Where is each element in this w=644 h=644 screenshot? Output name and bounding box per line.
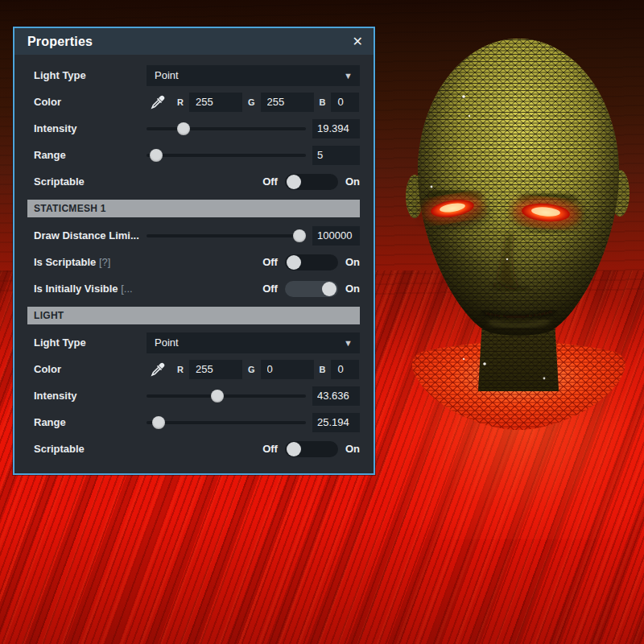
- property-label: Intensity: [27, 122, 147, 134]
- toggle-on-label: On: [345, 283, 360, 295]
- help-hint: [...: [121, 283, 132, 295]
- is-initially-visible-toggle[interactable]: [285, 281, 338, 297]
- dropdown-value: Point: [155, 336, 344, 349]
- light-type-row-2: Light Type Point ▼: [27, 329, 360, 356]
- red-channel-label: R: [177, 97, 184, 107]
- color-row-2: Color R G B: [27, 356, 360, 382]
- light-type-row: Light Type Point ▼: [27, 62, 360, 89]
- property-label: Light Type: [27, 69, 147, 81]
- intensity-value-input[interactable]: [312, 119, 360, 138]
- slider-thumb[interactable]: [177, 122, 190, 135]
- is-initially-visible-row: Is Initially Visible [... Off On: [27, 275, 360, 302]
- intensity-slider-2[interactable]: [147, 390, 306, 402]
- property-label: Is Scriptable: [34, 256, 96, 268]
- properties-panel: Properties ✕ Light Type Point ▼ Color: [13, 27, 375, 475]
- eyedropper-icon[interactable]: [150, 94, 166, 110]
- chevron-down-icon: ▼: [344, 338, 353, 348]
- scriptable-row-2: Scriptable Off On: [27, 436, 360, 462]
- toggle-off-label: Off: [262, 256, 278, 268]
- light-type-dropdown[interactable]: Point ▼: [147, 65, 360, 86]
- range-row-2: Range: [27, 409, 360, 436]
- property-label: Is Initially Visible: [34, 283, 118, 295]
- green-value-input[interactable]: [261, 93, 314, 112]
- draw-distance-row: Draw Distance Limi...: [27, 222, 360, 249]
- scriptable-toggle[interactable]: [285, 174, 338, 190]
- chevron-down-icon: ▼: [344, 71, 353, 80]
- slider-thumb[interactable]: [152, 416, 165, 429]
- range-row: Range: [27, 142, 360, 168]
- blue-channel-label: B: [320, 97, 326, 107]
- green-channel-label: G: [248, 365, 255, 374]
- toggle-knob: [287, 255, 301, 270]
- range-slider-2[interactable]: [147, 416, 306, 429]
- property-label: Scriptable: [27, 443, 147, 455]
- property-label: Scriptable: [27, 175, 147, 188]
- intensity-value-input[interactable]: [312, 386, 360, 406]
- slider-thumb[interactable]: [211, 390, 224, 402]
- intensity-row: Intensity: [27, 115, 360, 142]
- toggle-knob: [287, 442, 301, 456]
- red-channel-label: R: [177, 365, 184, 374]
- intensity-slider[interactable]: [147, 122, 306, 135]
- help-hint: [?]: [99, 256, 110, 268]
- panel-content: Light Type Point ▼ Color R: [14, 55, 374, 473]
- toggle-on-label: On: [345, 175, 360, 188]
- viewport: Properties ✕ Light Type Point ▼ Color: [0, 0, 644, 644]
- blue-channel-label: B: [320, 365, 326, 374]
- property-label: Light Type: [27, 336, 147, 349]
- is-scriptable-toggle[interactable]: [285, 254, 338, 270]
- panel-title: Properties: [27, 35, 353, 49]
- toggle-on-label: On: [345, 443, 360, 455]
- intensity-row-2: Intensity: [27, 382, 360, 409]
- light-type-dropdown-2[interactable]: Point ▼: [147, 332, 360, 353]
- toggle-knob: [322, 282, 336, 296]
- scriptable-toggle-2[interactable]: [285, 441, 338, 457]
- range-value-input[interactable]: [312, 146, 360, 165]
- dropdown-value: Point: [155, 69, 344, 81]
- blue-value-input[interactable]: [331, 93, 359, 112]
- property-label: Draw Distance Limi...: [27, 229, 147, 242]
- slider-thumb[interactable]: [293, 229, 306, 242]
- toggle-on-label: On: [345, 256, 360, 268]
- property-label: Range: [27, 149, 147, 161]
- eyedropper-icon[interactable]: [150, 361, 166, 378]
- close-icon[interactable]: ✕: [353, 35, 363, 48]
- property-label: Color: [27, 96, 147, 108]
- property-label: Intensity: [27, 390, 147, 402]
- red-value-input[interactable]: [189, 360, 242, 379]
- panel-titlebar[interactable]: Properties ✕: [14, 28, 374, 55]
- is-scriptable-row: Is Scriptable [?] Off On: [27, 249, 360, 275]
- green-channel-label: G: [248, 97, 255, 107]
- section-header-staticmesh: STATICMESH 1: [27, 200, 360, 217]
- range-value-input[interactable]: [312, 413, 360, 432]
- range-slider[interactable]: [147, 149, 306, 162]
- slider-thumb[interactable]: [150, 149, 163, 162]
- draw-distance-slider[interactable]: [147, 229, 306, 242]
- draw-distance-value-input[interactable]: [312, 226, 360, 246]
- property-label: Color: [27, 363, 147, 375]
- toggle-knob: [287, 175, 301, 189]
- scriptable-row: Scriptable Off On: [27, 168, 360, 195]
- red-value-input[interactable]: [189, 93, 242, 112]
- color-row: Color R G B: [27, 89, 360, 115]
- blue-value-input[interactable]: [331, 360, 359, 379]
- toggle-off-label: Off: [262, 283, 278, 295]
- wireframe-head-model: [386, 0, 644, 451]
- green-value-input[interactable]: [261, 360, 314, 379]
- toggle-off-label: Off: [262, 443, 278, 455]
- property-label: Range: [27, 416, 147, 428]
- toggle-off-label: Off: [262, 175, 278, 188]
- section-header-light: LIGHT: [27, 307, 360, 324]
